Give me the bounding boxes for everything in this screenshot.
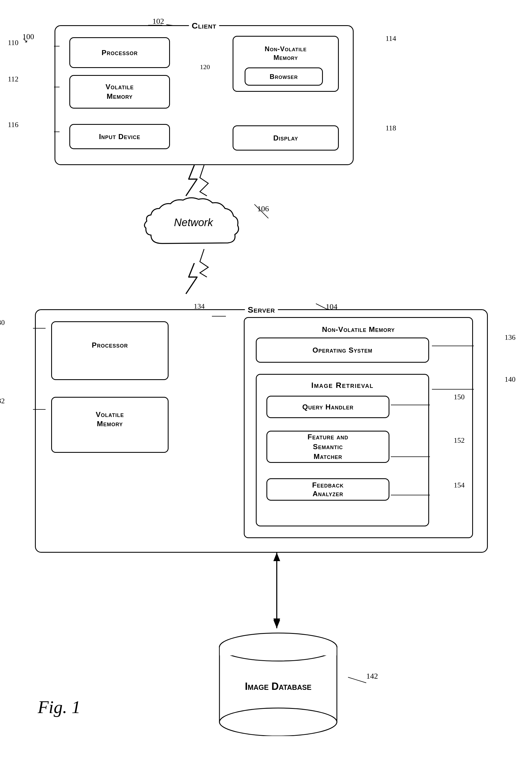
processor-client-label: Processor xyxy=(101,48,138,57)
network-cloud: Network xyxy=(143,193,243,262)
ref-116: 116 xyxy=(8,120,18,129)
ref-152-label: 152 xyxy=(454,436,465,445)
non-volatile-memory-client-box: Non-VolatileMemory 120 Browser xyxy=(233,36,339,92)
lightning-bottom xyxy=(185,263,207,296)
processor-server-label: Processor xyxy=(92,341,128,349)
image-database: Image Database xyxy=(208,630,348,737)
ref-132-label: 132 xyxy=(0,397,5,405)
ref-150-label: 150 xyxy=(454,393,465,401)
svg-rect-28 xyxy=(220,647,336,656)
svg-line-6 xyxy=(316,304,327,309)
svg-text:Image Database: Image Database xyxy=(245,680,312,692)
processor-client-box: Processor xyxy=(69,37,170,68)
feedback-analyzer-box: Feedback Analyzer xyxy=(266,478,389,501)
input-device-box: Input Device xyxy=(69,124,170,149)
ref-140-label: 140 xyxy=(505,375,515,384)
volatile-memory-server-label: VolatileMemory xyxy=(96,410,124,429)
fig-label: Fig. 1 xyxy=(38,697,80,717)
ref-102: 102 xyxy=(152,17,164,26)
ref-112: 112 xyxy=(8,75,18,84)
query-handler-label: Query Handler xyxy=(302,403,354,411)
volatile-memory-server-box: VolatileMemory xyxy=(51,397,169,453)
volatile-memory-client-label: VolatileMemory xyxy=(106,82,134,101)
query-handler-box: Query Handler xyxy=(266,396,389,418)
ref-142: 142 xyxy=(366,671,378,680)
server-box: Server 130 Processor 132 VolatileMemory … xyxy=(35,309,488,553)
ref-130-label: 130 xyxy=(0,318,5,327)
svg-marker-2 xyxy=(273,619,280,627)
input-device-label: Input Device xyxy=(99,132,140,141)
non-volatile-memory-server-box: Non-Volatile Memory 136 Operating System… xyxy=(244,317,473,538)
svg-marker-24 xyxy=(273,620,280,628)
ref-134-label: 134 xyxy=(194,302,204,311)
svg-point-27 xyxy=(219,708,337,736)
client-label: Client xyxy=(189,21,219,31)
image-retrieval-label: Image Retrieval xyxy=(311,381,373,390)
ref-154-label: 154 xyxy=(454,481,465,489)
processor-server-box: Processor xyxy=(51,321,169,380)
browser-box: Browser xyxy=(245,68,323,86)
ref-136-label: 136 xyxy=(505,333,515,342)
volatile-memory-client-box: VolatileMemory xyxy=(69,75,170,108)
ref-106: 106 xyxy=(257,204,269,213)
feedback-analyzer-label: Feedback Analyzer xyxy=(298,481,358,498)
svg-line-30 xyxy=(348,677,366,683)
ref-118: 118 xyxy=(385,124,396,132)
operating-system-box: Operating System xyxy=(256,337,429,363)
image-retrieval-box: Image Retrieval 150 Query Handler 152 Fe… xyxy=(256,374,429,526)
nvm-server-label: Non-Volatile Memory xyxy=(322,325,395,334)
browser-label: Browser xyxy=(270,73,298,81)
os-label: Operating System xyxy=(313,346,372,355)
svg-marker-23 xyxy=(273,553,280,561)
svg-text:Network: Network xyxy=(174,217,213,228)
server-label: Server xyxy=(245,305,278,314)
svg-marker-3 xyxy=(273,553,280,561)
ref-114: 114 xyxy=(385,34,396,43)
display-box: Display xyxy=(233,125,339,150)
nvm-client-label: Non-VolatileMemory xyxy=(239,45,333,62)
diagram: 100 ↘ 102 Client 110 Processor 112 Volat… xyxy=(0,0,532,764)
feature-semantic-matcher-box: Feature andSemantic Matcher xyxy=(266,431,389,463)
feature-semantic-label: Feature andSemantic Matcher xyxy=(298,432,358,462)
ref-110: 110 xyxy=(8,39,18,47)
ref-120: 120 xyxy=(200,63,210,71)
client-box: Client 110 Processor 112 VolatileMemory … xyxy=(55,25,354,165)
display-label: Display xyxy=(273,134,298,142)
